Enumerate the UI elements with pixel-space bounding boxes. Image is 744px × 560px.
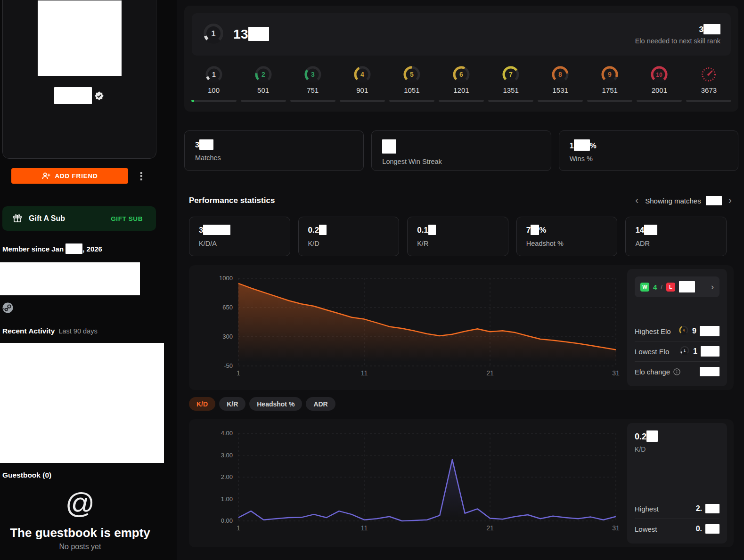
skill-level-6-gauge-icon: 6: [452, 65, 471, 84]
win-loss-pill[interactable]: W 4 / L ›: [635, 276, 719, 297]
ladder-progress-bar: [290, 100, 335, 102]
elo-needed-value-row: 3: [699, 25, 720, 34]
kr-redacted: [428, 225, 436, 235]
svg-text:-50: -50: [224, 362, 233, 369]
ladder-progress-bar: [439, 100, 484, 102]
ladder-threshold: 501: [257, 86, 269, 94]
svg-text:1.00: 1.00: [221, 495, 233, 503]
skill-level-2-gauge-icon: 2: [254, 65, 273, 84]
svg-text:2.00: 2.00: [221, 473, 233, 480]
showing-matches-label: Showing matches: [645, 197, 701, 205]
svg-text:6: 6: [459, 71, 463, 78]
skill-ladder-item-6: 61201: [437, 65, 485, 102]
adr-value: 14: [635, 226, 644, 235]
verified-badge-icon: [94, 90, 105, 101]
svg-text:21: 21: [486, 369, 494, 377]
current-elo-redacted: [248, 27, 269, 41]
wins-box: 1% Wins %: [559, 130, 738, 171]
performance-header: Performance statistics ‹ Showing matches…: [189, 195, 734, 206]
skill-ladder-item-1: 1100: [190, 65, 237, 102]
showing-matches-redacted: [706, 196, 722, 205]
kd-panel-rows: Highest 2. Lowest 0.: [635, 499, 719, 539]
more-options-menu-icon[interactable]: [140, 172, 142, 180]
svg-text:300: 300: [222, 333, 233, 340]
skill-ladder-item-4: 4901: [338, 65, 386, 102]
highest-elo-row: Highest Elo 4 9: [635, 321, 719, 341]
win-streak-box: Longest Win Streak: [371, 130, 551, 171]
adr-redacted: [644, 225, 657, 235]
tab-k-r[interactable]: K/R: [219, 397, 245, 411]
ladder-progress-bar: [389, 100, 434, 102]
kd-chart-card: 4.003.002.001.000.001112131 0.2 K/D High…: [189, 419, 734, 547]
stat-card-headshot: 7% Headshot %: [516, 217, 618, 256]
gift-sub-button[interactable]: GIFT SUB: [108, 215, 146, 223]
elo-side-panel: W 4 / L › Highest Elo 4 9 Lowest Elo: [627, 269, 727, 386]
highest-elo-redacted: [700, 326, 719, 336]
gift-sub-title: Gift A Sub: [29, 214, 65, 223]
svg-text:31: 31: [612, 524, 620, 532]
highest-elo-label: Highest Elo: [635, 327, 671, 335]
tab-k-d[interactable]: K/D: [189, 397, 215, 411]
at-sign-icon: @: [0, 486, 160, 519]
kd-redacted: [319, 225, 327, 235]
skill-level-9-gauge-icon: 9: [600, 65, 619, 84]
elo-needed-label: Elo needed to next skill rank: [635, 37, 720, 45]
skill-level-1-gauge-icon: 1: [204, 65, 223, 84]
skill-level-7-gauge-icon: 7: [501, 65, 520, 84]
main-content: 1 13 3 Elo needed to next skill rank 110…: [177, 0, 744, 560]
add-person-icon: [41, 172, 50, 180]
info-icon[interactable]: [673, 368, 680, 375]
svg-text:3.00: 3.00: [221, 452, 233, 459]
ladder-progress-bar: [686, 100, 731, 102]
skill-ladder-item-3: 3751: [289, 65, 336, 102]
kd-panel-redacted: [646, 430, 658, 442]
member-since: Member since Jan , 2026: [2, 243, 102, 254]
svg-text:10: 10: [656, 72, 663, 78]
avatar: [38, 0, 122, 76]
current-elo: 13: [233, 27, 269, 42]
svg-text:1: 1: [684, 349, 686, 353]
kda-value: 3: [199, 226, 203, 235]
ladder-threshold: 2001: [652, 86, 667, 94]
wins-suffix: %: [590, 142, 597, 150]
kd-value: 0.2: [308, 226, 319, 235]
elo-needed: 3 Elo needed to next skill rank: [635, 24, 720, 45]
lowest-elo-gauge-icon: 1: [679, 345, 690, 357]
headshot-redacted: [531, 225, 539, 235]
kd-highest-row: Highest 2.: [635, 499, 719, 519]
match-range-nav: ‹ Showing matches ›: [633, 195, 734, 206]
streak-redacted: [382, 139, 396, 154]
kd-side-panel: 0.2 K/D Highest 2. Lowest 0.: [627, 423, 727, 544]
tab-adr[interactable]: ADR: [306, 397, 335, 411]
profile-sidebar: ADD FRIEND Gift A Sub GIFT SUB Member si…: [0, 0, 177, 560]
skill-level-4-gauge-icon: 4: [353, 65, 372, 84]
kda-label: K/D/A: [199, 240, 280, 247]
loss-count-redacted: [679, 281, 695, 292]
profile-actions: ADD FRIEND: [11, 168, 149, 184]
svg-text:8: 8: [558, 71, 562, 78]
recent-activity-redacted-block: [0, 343, 164, 463]
kd-lowest-value: 0.: [696, 525, 702, 533]
skill-level-max-gauge-icon: [699, 65, 718, 84]
kr-label: K/R: [417, 240, 499, 247]
kd-lowest-label: Lowest: [635, 525, 657, 533]
headshot-suffix: %: [539, 226, 546, 235]
ladder-threshold: 751: [307, 86, 319, 94]
performance-title: Performance statistics: [189, 196, 275, 205]
steam-icon[interactable]: [2, 302, 13, 315]
skill-level-5-gauge-icon: 5: [402, 65, 421, 84]
tab-headshot-[interactable]: Headshot %: [249, 397, 302, 411]
ladder-threshold: 3673: [701, 86, 717, 94]
lowest-elo-redacted: [701, 346, 719, 357]
prev-matches-chevron-icon[interactable]: ‹: [633, 195, 640, 206]
elo-overview-card: 1 13 3 Elo needed to next skill rank 110…: [184, 6, 738, 112]
add-friend-label: ADD FRIEND: [55, 172, 98, 179]
ladder-threshold: 100: [208, 86, 220, 94]
skill-ladder: 1100250137514901510516120171351815319175…: [184, 56, 738, 102]
next-matches-chevron-icon[interactable]: ›: [727, 195, 734, 206]
ladder-progress-bar: [488, 100, 533, 102]
gift-icon: [13, 214, 22, 223]
add-friend-button[interactable]: ADD FRIEND: [11, 168, 128, 184]
highest-elo-gauge-icon: 4: [679, 325, 689, 337]
skill-level-3-gauge-icon: 3: [303, 65, 322, 84]
